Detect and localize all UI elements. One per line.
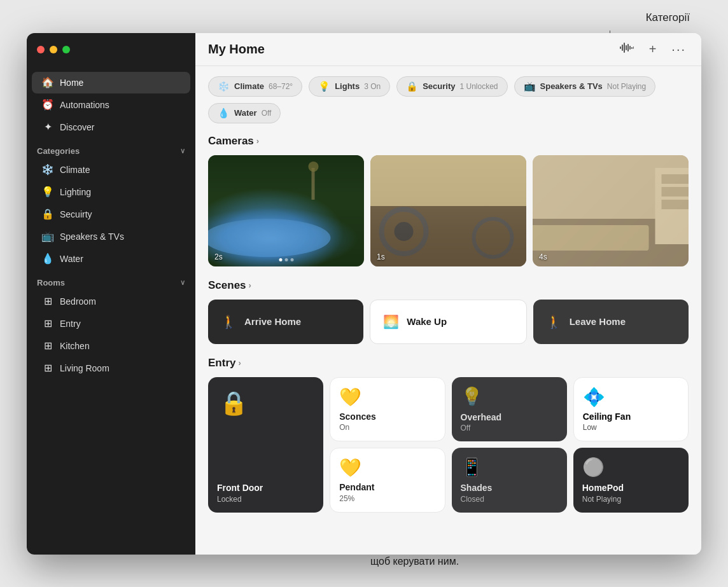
front-door-name: Front Door xyxy=(217,483,314,494)
homepod-icon: ⚪ xyxy=(582,457,605,478)
traffic-light-yellow[interactable] xyxy=(50,46,57,53)
svg-rect-2 xyxy=(624,43,625,53)
sidebar-item-label-living-room: Living Room xyxy=(60,363,109,373)
discover-icon: ✦ xyxy=(42,121,53,133)
sidebar-item-kitchen[interactable]: ⊞ Kitchen xyxy=(32,335,190,357)
entry-section-title[interactable]: Entry › xyxy=(208,357,689,369)
pendant-status: 25% xyxy=(339,494,435,503)
categories-header[interactable]: Categories ∨ xyxy=(27,139,195,158)
sidebar-item-security[interactable]: 🔒 Secuirty xyxy=(32,204,190,225)
sidebar-item-speakers[interactable]: 📺 Speakers & TVs xyxy=(32,226,190,247)
pill-lights-label: Lights xyxy=(335,81,360,91)
automations-icon: ⏰ xyxy=(42,99,53,111)
sidebar-item-label-water: Water xyxy=(60,254,83,264)
shades-icon-row: 📱 xyxy=(461,457,558,481)
overhead-name: Overhead xyxy=(461,412,558,423)
waveform-button[interactable] xyxy=(617,40,636,59)
homepod-icon-row: ⚪ xyxy=(582,457,680,481)
scene-leave-home[interactable]: 🚶 Leave Home xyxy=(533,300,689,344)
cameras-row: 2s 1s xyxy=(208,155,689,266)
device-shades[interactable]: 📱 Shades Closed xyxy=(452,448,567,513)
sidebar-item-label-automations: Automations xyxy=(60,100,109,110)
sidebar-item-bedroom[interactable]: ⊞ Bedroom xyxy=(32,291,190,312)
sidebar-item-label-lighting: Lighting xyxy=(60,187,91,197)
camera-3[interactable]: 4s xyxy=(533,155,689,266)
home-icon: 🏠 xyxy=(42,77,53,88)
camera-2-timestamp: 1s xyxy=(377,252,385,261)
svg-point-16 xyxy=(395,222,414,241)
camera-1[interactable]: 2s xyxy=(208,155,364,266)
sidebar-titlebar xyxy=(27,33,195,66)
homepod-name: HomePod xyxy=(582,483,680,494)
pill-water-sub: Off xyxy=(262,109,272,118)
sconces-icon-row: 💛 xyxy=(339,387,435,411)
sidebar-item-automations[interactable]: ⏰ Automations xyxy=(32,94,190,116)
sidebar-item-lighting[interactable]: 💡 Lighting xyxy=(32,181,190,203)
cam-dot xyxy=(284,258,288,261)
scenes-row: 🚶 Arrive Home 🌅 Wake Up 🚶 Leave Home xyxy=(208,300,689,344)
more-button[interactable]: ··· xyxy=(669,39,689,59)
security-icon: 🔒 xyxy=(42,209,53,220)
annotation-top: Категорії xyxy=(646,11,690,24)
page-title: My Home xyxy=(208,42,265,57)
pendant-icon-row: 💛 xyxy=(339,457,435,482)
cam-dot xyxy=(290,258,293,261)
ceiling-fan-name: Ceiling Fan xyxy=(583,411,679,422)
sidebar-item-label-security: Secuirty xyxy=(60,209,92,219)
pill-water[interactable]: 💧 Water Off xyxy=(208,103,281,123)
traffic-light-red[interactable] xyxy=(37,46,45,53)
pill-climate-label: Climate xyxy=(234,81,264,91)
pill-lights[interactable]: 💡 Lights 3 On xyxy=(309,76,390,97)
device-front-door[interactable]: 🔒 Front Door Locked xyxy=(208,377,323,513)
scene-arrive-home[interactable]: 🚶 Arrive Home xyxy=(208,300,363,344)
speakers-icon: 📺 xyxy=(42,231,53,242)
sidebar-item-home[interactable]: 🏠 Home xyxy=(32,72,190,93)
sidebar-item-label-entry: Entry xyxy=(60,319,81,329)
wake-up-icon: 🌅 xyxy=(383,314,399,329)
svg-rect-22 xyxy=(662,174,689,184)
sidebar-item-label-bedroom: Bedroom xyxy=(60,296,96,307)
ceiling-fan-icon-row: 💠 xyxy=(583,387,679,411)
leave-home-icon: 🚶 xyxy=(546,314,562,329)
scene-wake-label: Wake Up xyxy=(407,316,447,327)
devices-grid: 🔒 Front Door Locked 💛 Sconces xyxy=(208,377,689,513)
sidebar-item-discover[interactable]: ✦ Discover xyxy=(32,116,190,138)
pill-speakers[interactable]: 📺 Speakers & TVs Not Playing xyxy=(514,76,656,97)
cameras-chevron-icon: › xyxy=(256,136,259,146)
svg-rect-20 xyxy=(533,225,649,251)
pill-security-sub: 1 Unlocked xyxy=(459,82,498,91)
filter-pills: ❄️ Climate 68–72° 💡 Lights 3 On 🔒 Securi… xyxy=(208,76,689,123)
device-pendant[interactable]: 💛 Pendant 25% xyxy=(330,448,445,513)
svg-point-11 xyxy=(309,162,319,172)
sidebar-item-climate[interactable]: ❄️ Climate xyxy=(32,159,190,181)
living-room-icon: ⊞ xyxy=(42,363,53,374)
traffic-light-green[interactable] xyxy=(62,46,70,53)
pill-security[interactable]: 🔒 Security 1 Unlocked xyxy=(396,76,507,97)
pill-security-icon: 🔒 xyxy=(406,81,418,92)
overhead-icon-row: 💡 xyxy=(461,386,558,411)
scenes-section-title[interactable]: Scenes › xyxy=(208,279,689,292)
cameras-section-title[interactable]: Cameras › xyxy=(208,135,689,148)
svg-rect-23 xyxy=(662,187,689,197)
device-homepod[interactable]: ⚪ HomePod Not Playing xyxy=(573,448,689,513)
sidebar-item-water[interactable]: 💧 Water xyxy=(32,248,190,270)
device-ceiling-fan[interactable]: 💠 Ceiling Fan Low xyxy=(573,377,689,442)
sconces-name: Sconces xyxy=(339,411,435,422)
device-sconces[interactable]: 💛 Sconces On xyxy=(330,377,445,442)
pill-speakers-icon: 📺 xyxy=(524,81,536,92)
pill-speakers-sub: Not Playing xyxy=(607,82,646,91)
svg-point-9 xyxy=(208,219,331,257)
add-button[interactable]: + xyxy=(647,39,659,59)
camera-1-timestamp: 2s xyxy=(214,252,223,261)
sidebar-item-entry[interactable]: ⊞ Entry xyxy=(32,313,190,335)
svg-rect-7 xyxy=(633,46,634,49)
scene-wake-up[interactable]: 🌅 Wake Up xyxy=(370,300,526,344)
sidebar-item-living-room[interactable]: ⊞ Living Room xyxy=(32,357,190,379)
pill-climate[interactable]: ❄️ Climate 68–72° xyxy=(208,76,302,97)
svg-rect-0 xyxy=(620,46,621,49)
sconces-status: On xyxy=(339,423,435,432)
device-overhead[interactable]: 💡 Overhead Off xyxy=(452,377,567,442)
sidebar-item-label-climate: Climate xyxy=(60,165,90,175)
camera-2[interactable]: 1s xyxy=(370,155,526,266)
rooms-header[interactable]: Rooms ∨ xyxy=(27,270,195,290)
